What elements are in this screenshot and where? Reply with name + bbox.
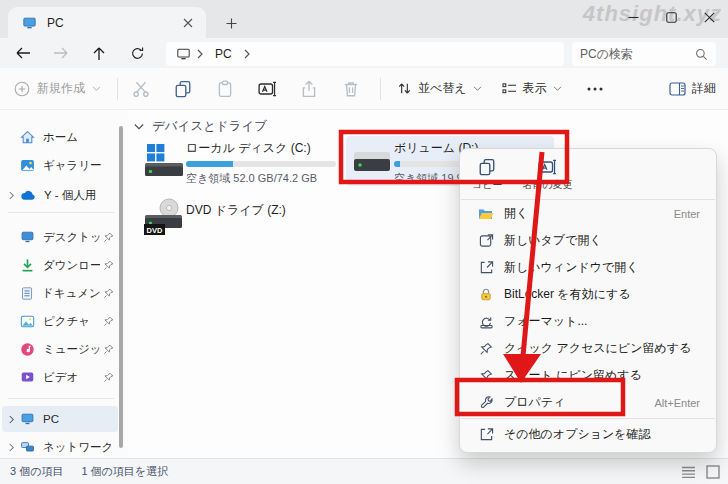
pin-icon (103, 316, 114, 327)
collapse-chevron-icon (134, 123, 144, 131)
tab-pc[interactable]: PC (8, 7, 206, 38)
sidebar-item-onedrive[interactable]: Y - 個人用 (2, 182, 118, 208)
drive-name: ローカル ディスク (C:) (186, 140, 342, 157)
thumbnails-view-icon[interactable] (706, 465, 720, 479)
sidebar-item-pc[interactable]: PC (2, 406, 118, 432)
tab-close-icon[interactable] (178, 13, 198, 33)
details-pane-icon (669, 82, 686, 96)
copy-icon (478, 158, 496, 176)
sidebar-item-gallery[interactable]: ギャラリー (2, 152, 118, 178)
paste-icon[interactable] (208, 74, 242, 104)
drive-tile-dvd[interactable]: DVD DVD ドライブ (Z:) (138, 192, 346, 242)
view-button[interactable]: 表示 (492, 80, 572, 97)
local-disk-icon (144, 143, 184, 179)
up-icon[interactable] (84, 40, 114, 66)
sidebar-item-videos[interactable]: ビデオ (2, 364, 118, 390)
navigation-bar: PC (0, 38, 728, 68)
shortcut: Enter (674, 208, 700, 220)
new-tab-button[interactable] (220, 12, 242, 34)
plus-circle-icon (14, 81, 30, 97)
drive-tile-c[interactable]: ローカル ディスク (C:) 空き領域 52.0 GB/74.2 GB (138, 136, 346, 186)
back-icon[interactable] (8, 40, 38, 66)
pin-icon (103, 288, 114, 299)
gallery-icon (20, 158, 35, 173)
sidebar-item-home[interactable]: ホーム (2, 124, 118, 150)
rename-icon (538, 158, 557, 176)
titlebar: PC 4thsight.xyz (0, 0, 728, 38)
sidebar-item-label: ネットワーク (43, 440, 118, 455)
quick-copy-button[interactable]: コピー (466, 156, 508, 194)
forward-icon[interactable] (46, 40, 76, 66)
sidebar-item-downloads[interactable]: ダウンロード (2, 252, 118, 278)
menu-item-properties[interactable]: プロパティ Alt+Enter (464, 389, 712, 416)
breadcrumb-item-pc[interactable]: PC (215, 47, 232, 61)
menu-item-open-new-tab[interactable]: 新しいタブで開く (464, 227, 712, 254)
minimize-icon[interactable] (614, 0, 652, 34)
quick-rename-label: 名前の変更 (522, 178, 572, 192)
navigation-pane: ホーム ギャラリー Y - 個人用 デスクトップ ダウンロード (0, 110, 128, 458)
close-icon[interactable] (690, 0, 728, 34)
format-icon (479, 314, 494, 329)
status-bar: 3 個の項目 1 個の項目を選択 (0, 458, 728, 484)
selected-count: 1 個の項目を選択 (81, 464, 168, 479)
menu-item-bitlocker[interactable]: BitLocker を有効にする (464, 281, 712, 308)
command-toolbar: 新規作成 並べ替え 表示 (0, 68, 728, 110)
maximize-icon[interactable] (652, 0, 690, 34)
sidebar-item-label: ギャラリー (43, 158, 118, 173)
sidebar-item-label: ホーム (43, 130, 118, 145)
sidebar-item-label: Y - 個人用 (44, 188, 118, 203)
sidebar-item-label: ダウンロード (43, 258, 100, 273)
capacity-bar-fill (394, 161, 400, 167)
sidebar-item-label: ミュージック (43, 342, 100, 357)
delete-icon[interactable] (334, 74, 368, 104)
sidebar-item-network[interactable]: ネットワーク (2, 434, 118, 460)
folder-open-icon (478, 207, 494, 221)
menu-item-open[interactable]: 開く Enter (464, 200, 712, 227)
share-icon[interactable] (292, 74, 326, 104)
sidebar-item-pictures[interactable]: ピクチャ (2, 308, 118, 334)
chevron-down-icon (92, 86, 101, 92)
copy-icon[interactable] (166, 74, 200, 104)
sidebar-item-music[interactable]: ミュージック (2, 336, 118, 362)
menu-item-pin-start[interactable]: スタート にピン留めする (464, 362, 712, 389)
details-view-icon[interactable] (681, 466, 696, 478)
chevron-right-icon[interactable] (243, 48, 251, 60)
sidebar-item-desktop[interactable]: デスクトップ (2, 224, 118, 250)
group-header-devices[interactable]: デバイスとドライブ (134, 118, 267, 135)
plus-icon (226, 18, 237, 29)
menu-item-format[interactable]: フォーマット... (464, 308, 712, 335)
more-options-icon[interactable] (578, 74, 612, 104)
menu-item-show-more-options[interactable]: その他のオプションを確認 (464, 421, 712, 448)
group-title: デバイスとドライブ (152, 118, 267, 135)
sidebar-item-documents[interactable]: ドキュメント (2, 280, 118, 306)
details-pane-button[interactable]: 詳細 (665, 80, 720, 97)
sort-button[interactable]: 並べ替え (387, 80, 492, 97)
pin-icon (479, 369, 493, 383)
menu-item-pin-quick-access[interactable]: クイック アクセスにピン留めする (464, 335, 712, 362)
expand-chevron-icon[interactable] (8, 414, 15, 425)
sort-label: 並べ替え (418, 80, 467, 97)
sidebar-item-label: ピクチャ (43, 314, 100, 329)
menu-separator (461, 418, 715, 419)
search-box (572, 42, 716, 66)
sidebar-scrollbar[interactable] (119, 126, 123, 448)
rename-icon[interactable] (250, 74, 284, 104)
cut-icon[interactable] (124, 74, 158, 104)
context-menu-quick-actions: コピー 名前の変更 (460, 149, 716, 199)
quick-rename-button[interactable]: 名前の変更 (516, 156, 578, 194)
videos-icon (20, 370, 35, 384)
search-input[interactable] (580, 47, 695, 61)
quick-copy-label: コピー (472, 178, 502, 192)
sidebar-item-label: ドキュメント (42, 286, 100, 301)
expand-chevron-icon[interactable] (8, 442, 15, 453)
open-new-window-icon (479, 260, 494, 275)
menu-item-open-new-window[interactable]: 新しいウィンドウで開く (464, 254, 712, 281)
explorer-window: PC 4thsight.xyz PC (0, 0, 728, 484)
this-pc-icon[interactable] (176, 47, 191, 61)
tab-title: PC (47, 16, 178, 30)
desktop-icon (20, 230, 35, 244)
free-space-label: 空き領域 52.0 GB/74.2 GB (186, 171, 342, 186)
expand-chevron-icon[interactable] (8, 190, 15, 201)
refresh-icon[interactable] (122, 40, 152, 66)
new-item-button[interactable]: 新規作成 (0, 80, 111, 97)
